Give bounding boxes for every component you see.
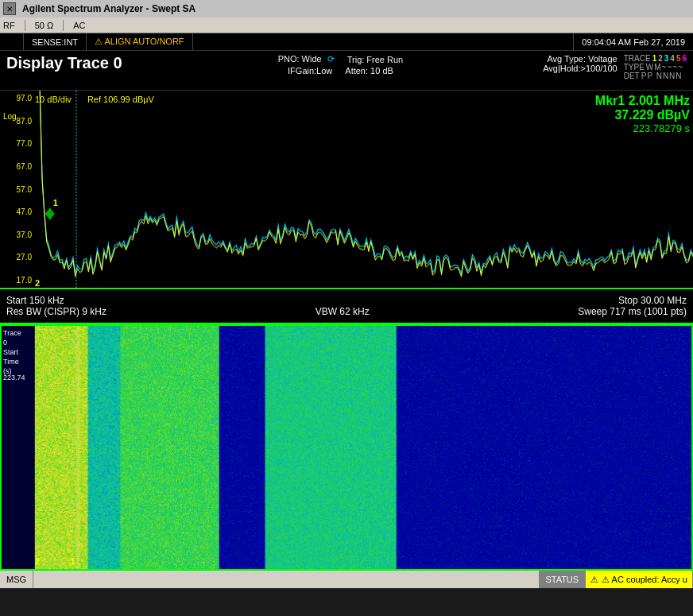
waterfall-labels: Trace 0 Start Time (s) 223.74 — [2, 326, 35, 569]
info-row-1: Start 150 kHz Stop 30.00 MHz — [6, 295, 687, 306]
right-info: Avg Type: Voltage Avg|Hold:>100/100 — [543, 54, 617, 73]
waterfall-markers: 2 1 — [35, 556, 75, 566]
sense-status: SENSE:INT — [24, 33, 87, 50]
type-vals: WM~~~~ — [646, 63, 683, 72]
spectrum-display: 97.0 87.0 77.0 67.0 57.0 47.0 37.0 27.0 … — [0, 91, 693, 289]
toolbar-impedance[interactable]: 50 Ω — [35, 21, 54, 30]
toolbar-separator-2 — [63, 20, 64, 31]
center-info: PNO: Wide ⟳ Trig: Free Run IFGain:Low At… — [138, 54, 544, 76]
toolbar-ac[interactable]: AC — [73, 21, 85, 30]
atten-label: Atten: 10 dB — [345, 66, 393, 76]
marker-time: 223.78279 s — [595, 122, 690, 134]
toolbar: RF 50 Ω AC — [0, 17, 693, 33]
avg-type: Avg Type: Voltage — [547, 54, 617, 64]
vbw: VBW 62 kHz — [316, 306, 370, 317]
y-label-77: 77.0 — [0, 139, 33, 148]
det-header-label: DET — [624, 72, 640, 80]
toolbar-rf[interactable]: RF — [3, 21, 15, 30]
sweep: Sweep 717 ms (1001 pts) — [578, 306, 687, 317]
ifgain-label: IFGain:Low — [288, 66, 332, 76]
wf-trace-num: 0 — [3, 339, 33, 347]
spectrum-canvas — [0, 91, 693, 288]
waterfall-display: Trace 0 Start Time (s) 223.74 2 1 — [0, 324, 693, 571]
pno-label: PNO: Wide ⟳ — [278, 54, 335, 64]
wf-time-label: Time — [3, 358, 33, 366]
det-vals: PP NNNN — [641, 72, 683, 80]
wf-marker-2: 2 — [35, 556, 40, 566]
y-label-37: 37.0 — [0, 231, 33, 239]
ref-label: Ref 106.99 dBµV — [87, 95, 154, 104]
y-label-27: 27.0 — [0, 253, 33, 262]
avg-hold: Avg|Hold:>100/100 — [543, 64, 617, 73]
marker-freq: Mkr1 2.001 MHz — [595, 94, 690, 108]
status-top-bar: SENSE:INT ⚠ ALIGN AUTO/NORF 09:04:04 AM … — [0, 33, 693, 51]
trace-info: TRACE 1 2 3 4 5 6 TYPE WM~~~~ DET PP NNN… — [624, 54, 687, 80]
trace-header-label: TRACE — [624, 54, 651, 63]
res-bw: Res BW (CISPR) 9 kHz — [6, 306, 106, 317]
stop-freq: Stop 30.00 MHz — [618, 295, 687, 306]
datetime-status: 09:04:04 AM Feb 27, 2019 — [573, 33, 693, 50]
trig-label: Trig: Free Run — [347, 55, 404, 64]
status-empty — [0, 33, 24, 50]
ac-label: ⚠ AC coupled: Accy u — [602, 575, 687, 585]
status-bottom-bar: MSG STATUS ⚠ ⚠ AC coupled: Accy u — [0, 571, 693, 588]
type-header-label: TYPE — [624, 63, 645, 72]
close-button[interactable]: ✕ — [3, 2, 16, 15]
y-label-47: 47.0 — [0, 207, 33, 216]
waterfall-canvas — [2, 326, 691, 569]
msg-section: MSG — [0, 571, 33, 588]
wf-trace-label: Trace — [3, 329, 33, 337]
trace-num-2: 2 — [658, 54, 663, 63]
wf-time-val: 223.74 — [3, 374, 25, 382]
y-label-17: 17.0 — [0, 276, 33, 285]
trace-num-4: 4 — [670, 54, 675, 63]
display-header: Display Trace 0 PNO: Wide ⟳ Trig: Free R… — [0, 51, 693, 91]
ref-info: 10 dB/div Ref 106.99 dBµV — [35, 94, 154, 105]
y-label-57: 57.0 — [0, 185, 33, 194]
display-title: Display Trace 0 — [6, 54, 122, 72]
wf-start-label: Start — [3, 348, 33, 356]
toolbar-separator-1 — [25, 20, 25, 31]
ac-warning-icon: ⚠ — [590, 575, 598, 585]
align-status: ⚠ ALIGN AUTO/NORF — [87, 33, 193, 50]
y-label-67: 67.0 — [0, 162, 33, 171]
wf-marker-1: 1 — [70, 556, 75, 566]
y-label-97: 97.0 — [0, 94, 33, 103]
log-label: Log — [3, 108, 17, 122]
marker-amp: 37.229 dBµV — [595, 108, 690, 122]
trace-num-5: 5 — [676, 54, 681, 63]
window-title: Agilent Spectrum Analyzer - Swept SA — [22, 3, 196, 14]
ac-section: ⚠ ⚠ AC coupled: Accy u — [586, 571, 693, 588]
scale-label: 10 dB/div — [35, 95, 72, 104]
info-row-2: Res BW (CISPR) 9 kHz VBW 62 kHz Sweep 71… — [6, 306, 687, 317]
title-bar: ✕ Agilent Spectrum Analyzer - Swept SA — [0, 0, 693, 17]
trace-num-1: 1 — [652, 54, 657, 63]
marker-readout: Mkr1 2.001 MHz 37.229 dBµV 223.78279 s — [595, 94, 690, 134]
trace-num-6: 6 — [682, 54, 687, 63]
bottom-info: Start 150 kHz Stop 30.00 MHz Res BW (CIS… — [0, 289, 693, 324]
status-section: STATUS — [539, 571, 586, 588]
trace-num-3: 3 — [664, 54, 669, 63]
start-freq: Start 150 kHz — [6, 295, 64, 306]
